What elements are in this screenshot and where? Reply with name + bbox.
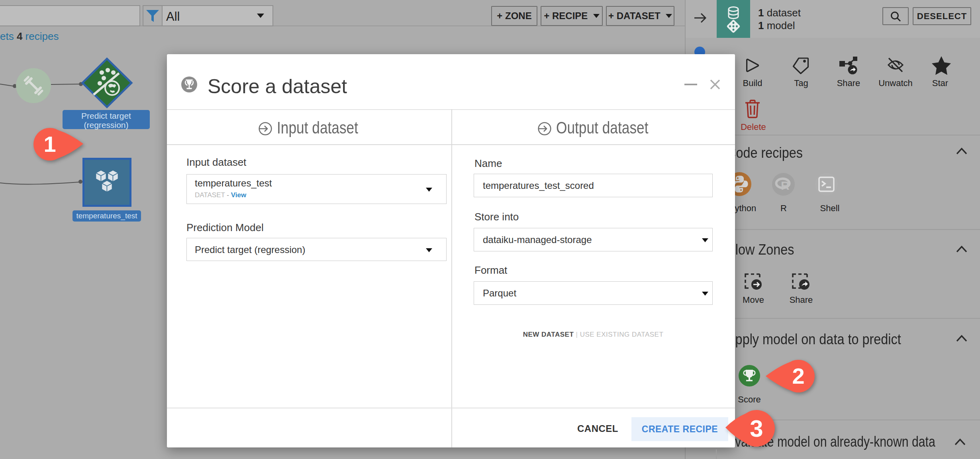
svg-text:R: R xyxy=(781,179,790,192)
svg-text:2: 2 xyxy=(792,363,804,388)
svg-text:1: 1 xyxy=(43,131,56,157)
svg-text:3: 3 xyxy=(750,415,763,442)
